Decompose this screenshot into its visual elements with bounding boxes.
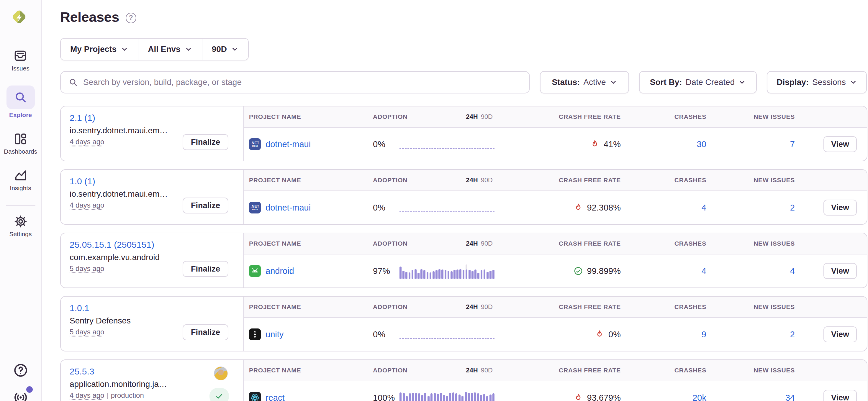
release-time: 4 days ago [70,138,104,146]
range-toggle-24h[interactable]: 24H [466,303,478,310]
release-version-link[interactable]: 1.0 (1) [70,176,95,186]
android-icon [249,265,261,277]
release-version-link[interactable]: 25.5.3 [70,367,94,376]
view-button[interactable]: View [824,326,857,342]
range-toggle-90d[interactable]: 90D [481,303,493,310]
release-version-link[interactable]: 2.1 (1) [70,113,95,123]
sidebar-item-settings[interactable]: Settings [6,205,35,238]
page-title: Releases [60,9,119,25]
sort-by-dropdown[interactable]: Sort By: Date Created [639,71,757,94]
release-project-table: PROJECT NAME ADOPTION 24H90D CRASH FREE … [243,297,867,351]
display-dropdown[interactable]: Display: Sessions [767,71,867,94]
col-header-adoption: ADOPTION [373,113,407,120]
crash-free-value: 41% [603,139,621,149]
crashes-link[interactable]: 30 [697,139,706,149]
release-list: 2.1 (1) io.sentry.dotnet.maui.em… 4 days… [60,106,867,401]
col-header-project-name: PROJECT NAME [249,240,373,247]
project-link[interactable]: dotnet-maui [266,203,311,212]
finalize-button[interactable]: Finalize [183,134,228,150]
release-time: 4 days ago [70,391,104,399]
fire-icon [590,139,599,149]
view-button[interactable]: View [824,136,857,152]
release-version-link[interactable]: 25.05.15.1 (2505151) [70,240,154,250]
col-header-new-issues: NEW ISSUES [706,303,795,310]
date-range-filter[interactable]: 90D [203,39,248,60]
range-toggle-90d[interactable]: 90D [481,367,493,374]
release-version-link[interactable]: 1.0.1 [70,303,89,313]
help-button[interactable] [0,363,41,378]
page-filter-bar: My Projects All Envs 90D [60,38,249,61]
adoption-value: 100% [373,393,395,401]
col-header-adoption: ADOPTION [373,303,407,310]
project-link[interactable]: react [266,393,284,401]
col-header-project-name: PROJECT NAME [249,177,373,184]
avatar[interactable] [214,367,228,380]
status-dropdown[interactable]: Status: Active [540,71,629,94]
col-header-adoption: ADOPTION [373,240,407,247]
main-content: Releases ? My Projects All Envs 90D Stat… [42,0,868,401]
table-header-row: PROJECT NAME ADOPTION 24H90D CRASH FREE … [244,233,867,255]
sidebar-item-explore[interactable]: Explore [6,86,35,119]
fire-icon [574,203,583,212]
finalize-button[interactable]: Finalize [183,198,228,213]
view-button[interactable]: View [824,200,857,215]
inbox-icon [13,49,27,63]
release-info-panel: 1.0.1 Sentry Defenses 5 days ago| Finali… [61,297,243,351]
col-header-crashes: CRASHES [621,240,706,247]
sentry-logo-icon[interactable] [11,8,28,25]
range-toggle-90d[interactable]: 90D [481,176,493,184]
whats-new-button[interactable] [0,390,41,401]
chevron-down-icon [849,78,857,86]
search-input[interactable] [83,77,522,87]
environment-filter[interactable]: All Envs [138,39,202,60]
chevron-down-icon [121,45,128,53]
range-toggle-24h[interactable]: 24H [466,367,478,374]
crashes-link[interactable]: 9 [702,330,706,339]
view-button[interactable]: View [824,263,857,279]
crashes-link[interactable]: 20k [692,393,706,401]
crash-free-value: 92.308% [587,203,621,212]
col-header-crash-free-rate: CRASH FREE RATE [503,303,621,310]
sidebar-item-dashboards[interactable]: Dashboards [4,132,37,155]
sidebar-item-insights[interactable]: Insights [10,169,31,192]
new-issues-link[interactable]: 34 [785,393,795,401]
range-toggle-24h[interactable]: 24H [466,113,478,120]
new-issues-link[interactable]: 4 [790,266,795,276]
adoption-value: 0% [373,330,385,339]
search-bar [60,71,530,94]
adoption-dashed-line [400,338,494,339]
sort-by-label: Sort By: [650,77,682,87]
view-button[interactable]: View [824,390,857,401]
new-issues-link[interactable]: 7 [790,139,795,149]
release-environment: production [111,391,144,399]
page-help-icon[interactable]: ? [126,13,136,23]
col-header-adoption: ADOPTION [373,177,407,184]
release-card: 25.5.3 application.monitoring.ja… 4 days… [60,360,867,401]
adoption-chart [400,200,494,215]
release-project-table: PROJECT NAME ADOPTION 24H90D CRASH FREE … [243,233,867,288]
new-issues-link[interactable]: 2 [790,203,795,212]
range-toggle-90d[interactable]: 90D [481,240,493,247]
project-link[interactable]: android [266,266,294,276]
new-issues-link[interactable]: 2 [790,330,795,339]
col-header-new-issues: NEW ISSUES [706,113,795,120]
crashes-link[interactable]: 4 [702,203,706,212]
range-toggle-24h[interactable]: 24H [466,240,478,247]
release-info-panel: 1.0 (1) io.sentry.dotnet.maui.em… 4 days… [61,170,243,224]
range-toggle-24h[interactable]: 24H [466,176,478,184]
project-filter[interactable]: My Projects [61,39,138,60]
project-link[interactable]: dotnet-maui [266,139,311,149]
help-icon [13,363,28,378]
finalize-button[interactable]: Finalize [183,324,228,340]
range-toggle-90d[interactable]: 90D [481,113,493,120]
fire-icon [595,330,604,339]
sidebar-item-issues[interactable]: Issues [11,49,30,72]
release-time: 5 days ago [70,265,104,272]
release-package: application.monitoring.ja… [70,379,234,389]
col-header-crashes: CRASHES [621,177,706,184]
project-filter-value: My Projects [70,44,117,54]
project-link[interactable]: unity [266,330,283,339]
crashes-link[interactable]: 4 [702,266,706,276]
finalize-button[interactable]: Finalize [183,261,228,277]
adoption-dashed-line [400,211,494,212]
